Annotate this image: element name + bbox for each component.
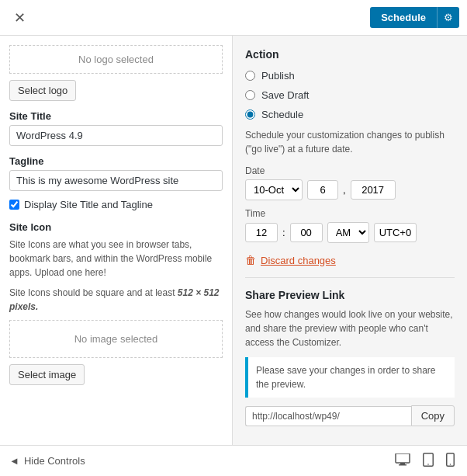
svg-rect-1 [400, 463, 405, 464]
save-draft-radio[interactable] [245, 90, 255, 100]
schedule-wrap: Schedule ⚙ [370, 7, 459, 28]
share-preview-title: Share Preview Link [245, 289, 455, 301]
site-icon-info1: Site Icons are what you see in browser t… [9, 238, 223, 280]
select-image-button[interactable]: Select image [9, 364, 85, 385]
top-bar: ✕ Schedule ⚙ [0, 0, 467, 36]
action-title: Action [245, 48, 455, 61]
preview-url-input[interactable] [245, 406, 411, 426]
arrow-icon: ◄ [9, 455, 19, 467]
date-label: Date [245, 165, 455, 176]
date-day-input[interactable] [307, 180, 338, 200]
left-panel: No logo selected Select logo Site Title … [0, 36, 233, 445]
site-icon-title: Site Icon [9, 221, 223, 233]
svg-point-6 [450, 464, 451, 465]
url-row: Copy [245, 405, 455, 426]
schedule-button[interactable]: Schedule [370, 7, 437, 28]
time-timezone: UTC+0 [374, 223, 417, 242]
date-year-input[interactable] [351, 180, 396, 200]
copy-button[interactable]: Copy [411, 405, 455, 426]
hide-controls-button[interactable]: ◄ Hide Controls [9, 455, 85, 467]
time-colon: : [282, 227, 285, 238]
main-area: No logo selected Select logo Site Title … [0, 36, 467, 445]
time-row: : AM PM UTC+0 [245, 222, 455, 243]
site-title-input[interactable] [9, 125, 223, 146]
mobile-icon-button[interactable] [443, 451, 458, 471]
save-draft-radio-row[interactable]: Save Draft [245, 89, 455, 101]
time-hour-input[interactable] [245, 223, 278, 242]
close-button[interactable]: ✕ [8, 6, 32, 30]
image-placeholder: No image selected [9, 320, 223, 358]
save-draft-label: Save Draft [261, 89, 309, 101]
bottom-bar: ◄ Hide Controls [0, 445, 467, 476]
time-ampm-select[interactable]: AM PM [327, 222, 369, 243]
tablet-icon-button[interactable] [420, 451, 437, 471]
divider [245, 277, 455, 278]
share-description: See how changes would look live on your … [245, 307, 455, 349]
hide-controls-label: Hide Controls [24, 455, 85, 467]
time-minute-input[interactable] [290, 223, 323, 242]
schedule-radio-label: Schedule [261, 109, 303, 120]
schedule-radio-row[interactable]: Schedule [245, 109, 455, 120]
right-panel: Action Publish Save Draft Schedule Sched… [233, 36, 467, 445]
schedule-description: Schedule your customization changes to p… [245, 128, 455, 156]
trash-icon: 🗑 [245, 254, 256, 266]
logo-placeholder: No logo selected [9, 45, 223, 74]
svg-rect-0 [396, 453, 410, 463]
publish-radio-row[interactable]: Publish [245, 70, 455, 82]
schedule-radio[interactable] [245, 109, 255, 120]
discard-row: 🗑 Discard changes [245, 254, 455, 266]
site-title-label: Site Title [9, 110, 223, 122]
svg-rect-2 [399, 464, 406, 466]
date-month-select[interactable]: 10-Oct [245, 179, 303, 200]
time-label: Time [245, 208, 455, 219]
device-icons [392, 451, 458, 471]
publish-label: Publish [261, 70, 295, 82]
tagline-label: Tagline [9, 155, 223, 167]
gear-button[interactable]: ⚙ [437, 7, 459, 28]
discard-button[interactable]: Discard changes [261, 255, 336, 266]
select-logo-button[interactable]: Select logo [9, 80, 76, 101]
desktop-icon-button[interactable] [392, 451, 413, 471]
site-icon-info2: Site Icons should be square and at least… [9, 286, 223, 314]
display-title-checkbox[interactable] [9, 200, 19, 210]
publish-radio[interactable] [245, 71, 255, 81]
display-title-row: Display Site Title and Tagline [9, 199, 223, 210]
svg-point-4 [427, 464, 429, 465]
date-row: 10-Oct , [245, 179, 455, 200]
info-box: Please save your changes in order to sha… [245, 357, 455, 398]
date-comma: , [343, 184, 346, 196]
display-title-label: Display Site Title and Tagline [24, 199, 153, 210]
tagline-input[interactable] [9, 170, 223, 191]
